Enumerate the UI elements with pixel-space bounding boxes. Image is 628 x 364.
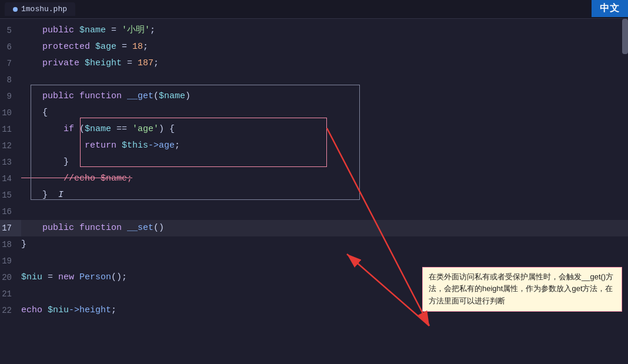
scrollbar[interactable] (622, 19, 628, 54)
line-content-11: if ($name == 'age') { (21, 121, 628, 138)
line-num-7: 7 (0, 55, 21, 72)
line-content-7: private $height = 187; (21, 55, 628, 72)
line-content-14: //echo $name; (21, 171, 628, 187)
code-line-16: 16 (0, 203, 628, 220)
code-line-7: 7 private $height = 187; (0, 55, 628, 72)
line-num-10: 10 (0, 105, 21, 121)
line-num-17: 17 (0, 220, 21, 236)
line-content-6: protected $age = 18; (21, 39, 628, 55)
tab-bar: 1moshu.php (0, 0, 628, 19)
code-line-18: 18 } (0, 236, 628, 253)
line-num-12: 12 (0, 138, 21, 154)
line-content-15: } I (21, 187, 628, 203)
line-content-18: } (21, 236, 628, 253)
line-num-13: 13 (0, 154, 21, 171)
line-num-14: 14 (0, 171, 21, 187)
code-line-14: 14 //echo $name; (0, 171, 628, 187)
line-content-13: } (21, 154, 628, 171)
line-num-22: 22 (0, 302, 21, 319)
code-line-17: 17 public function __set() (0, 220, 628, 236)
line-num-6: 6 (0, 39, 21, 55)
line-num-19: 19 (0, 253, 21, 269)
code-line-15: 15 } I (0, 187, 628, 203)
code-line-10: 10 { (0, 105, 628, 121)
annotation-box: 在类外面访问私有或者受保护属性时，会触发__get()方法，会把私有的heigh… (422, 267, 622, 312)
file-tab[interactable]: 1moshu.php (5, 2, 75, 16)
line-content-17: public function __set() (21, 220, 628, 236)
code-line-12: 12 return $this->age; (0, 138, 628, 154)
line-content-9: public function __get($name) (21, 88, 628, 105)
line-num-11: 11 (0, 121, 21, 138)
annotation-text: 在类外面访问私有或者受保护属性时，会触发__get()方法，会把私有的heigh… (429, 272, 613, 306)
line-content-12: return $this->age; (21, 138, 628, 154)
tab-indicator (13, 7, 18, 12)
code-line-8: 8 (0, 72, 628, 88)
line-num-8: 8 (0, 72, 21, 88)
line-content-5: public $name = '小明'; (21, 22, 628, 39)
line-content-10: { (21, 105, 628, 121)
tab-filename: 1moshu.php (21, 5, 67, 14)
code-line-9: 9 public function __get($name) (0, 88, 628, 105)
line-num-20: 20 (0, 269, 21, 286)
code-line-5: 5 public $name = '小明'; (0, 22, 628, 39)
line-num-5: 5 (0, 22, 21, 39)
language-badge: 中文 (592, 0, 628, 17)
line-num-18: 18 (0, 236, 21, 253)
line-num-16: 16 (0, 203, 21, 220)
code-line-11: 11 if ($name == 'age') { (0, 121, 628, 138)
code-line-13: 13 } (0, 154, 628, 171)
code-area: 5 public $name = '小明'; 6 protected $age … (0, 19, 628, 322)
line-num-9: 9 (0, 88, 21, 105)
code-line-6: 6 protected $age = 18; (0, 39, 628, 55)
line-num-21: 21 (0, 286, 21, 302)
line-num-15: 15 (0, 187, 21, 203)
